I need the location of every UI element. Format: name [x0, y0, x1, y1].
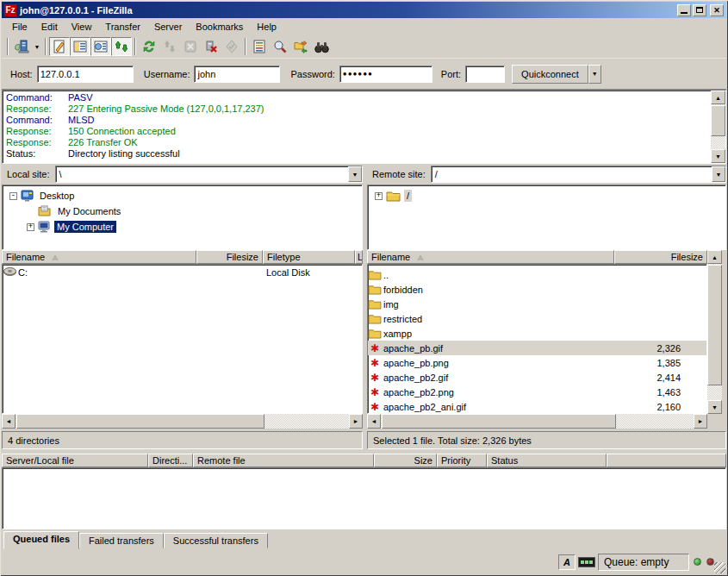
- file-row[interactable]: forbidden: [368, 282, 706, 297]
- menu-transfer[interactable]: Transfer: [98, 20, 147, 34]
- quickconnect-button[interactable]: Quickconnect: [512, 65, 588, 84]
- menu-view[interactable]: View: [65, 20, 99, 34]
- speed-limits-indicator[interactable]: [578, 557, 595, 567]
- queue-col-priority[interactable]: Priority: [437, 454, 487, 467]
- username-input[interactable]: john: [194, 66, 280, 83]
- local-col-filename[interactable]: Filename: [2, 250, 196, 264]
- menu-bookmarks[interactable]: Bookmarks: [189, 20, 250, 34]
- minimize-button[interactable]: [677, 4, 691, 16]
- remote-hscrollbar[interactable]: ◄ ►: [367, 414, 707, 429]
- tab-queued-files[interactable]: Queued files: [3, 531, 79, 549]
- scroll-up-icon[interactable]: ▲: [711, 91, 725, 104]
- process-queue-icon: [163, 40, 177, 53]
- scroll-down-icon[interactable]: ▼: [711, 149, 725, 163]
- directory-comparison-button[interactable]: [270, 37, 290, 56]
- quickconnect-dropdown[interactable]: ▼: [588, 65, 601, 84]
- local-row-filetype: Local Disk: [266, 267, 310, 278]
- site-manager-button[interactable]: [11, 37, 32, 56]
- menu-server[interactable]: Server: [147, 20, 189, 34]
- app-icon: Fz: [4, 4, 16, 16]
- scroll-right-icon[interactable]: ►: [694, 414, 707, 429]
- tree-item-desktop[interactable]: - Desktop: [3, 188, 362, 203]
- synchronized-browsing-button[interactable]: [290, 37, 311, 56]
- file-row[interactable]: xampp: [368, 326, 706, 341]
- scroll-up-icon[interactable]: ▲: [707, 250, 722, 264]
- scroll-left-icon[interactable]: ◄: [367, 414, 381, 429]
- process-queue-button[interactable]: [159, 37, 180, 56]
- file-row[interactable]: img: [368, 297, 706, 311]
- maximize-icon: [696, 7, 703, 13]
- remote-site-combo[interactable]: / ▼: [431, 166, 726, 183]
- remote-hscrollbar-thumb[interactable]: [382, 414, 616, 429]
- remote-vscrollbar[interactable]: ▲ ▼: [707, 250, 722, 414]
- tree-item-my-documents[interactable]: My Documents: [3, 203, 362, 219]
- menu-help[interactable]: Help: [250, 20, 283, 34]
- menu-file[interactable]: File: [5, 20, 34, 34]
- toggle-message-log-button[interactable]: [49, 37, 70, 56]
- site-manager-dropdown[interactable]: ▼: [32, 37, 42, 56]
- remote-col-filesize[interactable]: Filesize: [614, 250, 707, 264]
- host-input[interactable]: 127.0.0.1: [37, 66, 134, 83]
- queue-col-serverlocal[interactable]: Server/Local file: [2, 454, 148, 467]
- combo-dropdown-icon[interactable]: ▼: [348, 166, 362, 182]
- local-status-text: 4 directories: [8, 435, 59, 446]
- toggle-local-tree-button[interactable]: [70, 37, 90, 56]
- expand-icon[interactable]: +: [27, 223, 34, 231]
- reconnect-button[interactable]: [221, 37, 242, 56]
- toggle-transfer-queue-button[interactable]: [111, 37, 132, 56]
- local-col-filesize[interactable]: Filesize: [196, 250, 263, 264]
- log-scrollbar-thumb[interactable]: [711, 105, 725, 136]
- filter-button[interactable]: [249, 37, 270, 56]
- collapse-icon[interactable]: -: [9, 192, 17, 200]
- close-button[interactable]: ✕: [710, 4, 724, 16]
- folder-icon: [368, 329, 382, 339]
- site-manager-icon: [14, 39, 29, 54]
- remote-col-filename[interactable]: Filename: [367, 250, 614, 264]
- local-row-c-drive[interactable]: C: Local Disk: [3, 265, 362, 279]
- menu-edit[interactable]: Edit: [34, 20, 65, 34]
- queue-col-size[interactable]: Size: [374, 454, 437, 467]
- local-col-lastmodified[interactable]: L: [355, 250, 363, 264]
- local-hscrollbar[interactable]: ◄ ►: [2, 414, 363, 429]
- toggle-remote-tree-button[interactable]: [90, 37, 111, 56]
- local-panel: Local site: \ ▼ - Desktop My Documents +…: [2, 164, 363, 450]
- local-site-combo[interactable]: \ ▼: [55, 166, 363, 183]
- queue-col-status[interactable]: Status: [487, 454, 607, 467]
- queue-col-empty: [607, 454, 726, 467]
- tab-successful-transfers[interactable]: Successful transfers: [164, 533, 268, 548]
- scroll-left-icon[interactable]: ◄: [2, 414, 16, 429]
- port-input[interactable]: [465, 66, 505, 83]
- cancel-button[interactable]: [180, 37, 201, 56]
- file-row[interactable]: ✱ apache_pb.png 1,385: [368, 355, 706, 370]
- remote-vscrollbar-thumb[interactable]: [707, 265, 722, 385]
- log-line: Command:PASV: [6, 92, 93, 103]
- refresh-button[interactable]: [139, 37, 159, 56]
- combo-dropdown-icon[interactable]: ▼: [712, 166, 725, 182]
- resize-grip[interactable]: [714, 562, 725, 573]
- expand-icon[interactable]: +: [375, 192, 383, 200]
- minimize-icon: [681, 12, 688, 14]
- local-col-filetype[interactable]: Filetype: [263, 250, 355, 264]
- disconnect-button[interactable]: [201, 37, 221, 56]
- file-row[interactable]: ✱ apache_pb2.png 1,463: [368, 385, 706, 399]
- scroll-down-icon[interactable]: ▼: [707, 400, 722, 414]
- file-row[interactable]: restricted: [368, 311, 706, 326]
- file-row[interactable]: ..: [368, 267, 706, 282]
- port-label: Port:: [441, 69, 461, 79]
- tab-failed-transfers[interactable]: Failed transfers: [79, 533, 164, 548]
- tree-item-my-computer[interactable]: + My Computer: [3, 219, 362, 235]
- tree-item-root[interactable]: + /: [368, 188, 725, 203]
- queue-col-direction[interactable]: Directi...: [148, 454, 193, 467]
- log-scrollbar[interactable]: ▲ ▼: [711, 91, 725, 163]
- file-row-selected[interactable]: ✱ apache_pb.gif 2,326: [368, 341, 706, 355]
- password-input[interactable]: ●●●●●●: [339, 66, 432, 83]
- local-hscrollbar-thumb[interactable]: [16, 414, 264, 429]
- search-button[interactable]: [311, 37, 332, 56]
- file-row[interactable]: ✱ apache_pb2.gif 2,414: [368, 370, 706, 385]
- local-file-list: C: Local Disk: [2, 264, 363, 414]
- transfer-type-indicator[interactable]: A: [558, 554, 576, 570]
- queue-col-remotefile[interactable]: Remote file: [193, 454, 374, 467]
- scroll-right-icon[interactable]: ►: [349, 414, 363, 429]
- maximize-button[interactable]: [693, 4, 706, 16]
- file-row[interactable]: ✱ apache_pb2_ani.gif 2,160: [368, 399, 706, 414]
